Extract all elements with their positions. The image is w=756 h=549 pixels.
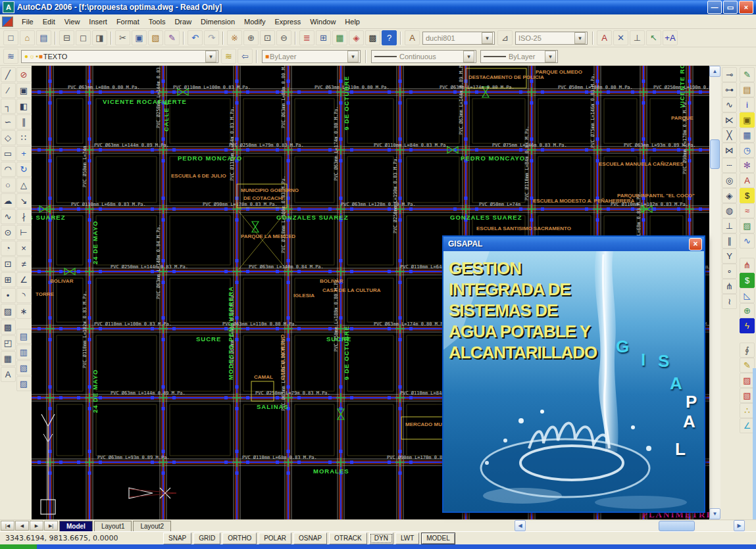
node-tool[interactable]: ⊸: [722, 67, 737, 82]
undo-button[interactable]: ↶: [188, 30, 203, 45]
pan-button[interactable]: ※: [227, 30, 242, 45]
sketch-tool[interactable]: ∽: [1, 114, 16, 130]
copy-object-tool[interactable]: ▣: [16, 83, 32, 98]
tool-palettes-button[interactable]: ▦: [332, 30, 347, 45]
menu-edit[interactable]: Edit: [38, 16, 60, 28]
text-annotation-tool[interactable]: A: [740, 173, 755, 188]
color-combo[interactable]: ■ByLayer▾: [262, 50, 361, 63]
menu-file[interactable]: File: [17, 16, 38, 28]
draworder-front-tool[interactable]: ▤: [16, 329, 32, 344]
status-snap-button[interactable]: SNAP: [163, 533, 191, 544]
scale-tool[interactable]: △: [16, 178, 32, 193]
quickcalc-button[interactable]: ▩: [365, 30, 380, 45]
region-tool[interactable]: ◰: [1, 335, 16, 350]
table-tool[interactable]: ▦: [1, 351, 16, 366]
break-at-point-tool[interactable]: ×: [16, 241, 32, 256]
save-button[interactable]: ▤: [36, 30, 51, 45]
status-lwt-button[interactable]: LWT: [395, 533, 419, 544]
tab-nav-prev-icon[interactable]: ◀: [15, 521, 29, 531]
reservoir-tool[interactable]: ◍: [722, 203, 737, 218]
tab-layout2[interactable]: Layout2: [133, 521, 171, 531]
crossing-tool[interactable]: ╳: [722, 128, 737, 143]
minimize-button[interactable]: —: [707, 1, 722, 14]
fillet-tool[interactable]: ◝: [16, 288, 32, 303]
layers-dialog-button[interactable]: ≋: [3, 49, 18, 64]
copy-button[interactable]: ▣: [132, 30, 147, 45]
lineweight-combo-arrow-icon[interactable]: ▾: [545, 51, 556, 62]
array-tool[interactable]: ∷: [16, 130, 32, 145]
menu-dimension[interactable]: Dimension: [196, 16, 239, 28]
layer-lock-icon[interactable]: ▪: [36, 53, 38, 60]
match-properties-button[interactable]: ✎: [164, 30, 180, 45]
revcloud-tool[interactable]: ☁: [1, 193, 16, 208]
tab-nav-next-icon[interactable]: ▶: [30, 521, 43, 531]
chamfer-tool[interactable]: ∠: [16, 272, 32, 287]
draworder-above-tool[interactable]: ▧: [16, 360, 32, 375]
menu-format[interactable]: Format: [112, 16, 144, 28]
circle-node-tool[interactable]: ◎: [722, 173, 737, 188]
close-button[interactable]: ×: [739, 1, 753, 14]
datum-button[interactable]: ⊥: [630, 30, 645, 45]
construction-line-tool[interactable]: ∕: [1, 83, 16, 98]
faucet-tool[interactable]: ⋔: [740, 258, 755, 273]
open-button[interactable]: ⌂: [20, 30, 35, 45]
restore-button[interactable]: ▭: [723, 1, 738, 14]
redo-button[interactable]: ↷: [204, 30, 219, 45]
layer-freeze-icon[interactable]: ☼: [29, 53, 35, 60]
lineweight-combo[interactable]: ByLayer▾: [480, 50, 558, 63]
attach-tool[interactable]: ∮: [740, 343, 755, 358]
ellipse-tool[interactable]: ⊙: [1, 225, 16, 240]
make-layer-current-button[interactable]: ≋: [221, 49, 236, 64]
scroll-right-icon[interactable]: ▶: [734, 520, 745, 531]
zoom-window-button[interactable]: ⊡: [260, 30, 275, 45]
text-style-combo[interactable]: duchi801▾: [422, 32, 495, 45]
parallel-pipe-tool[interactable]: ∥: [722, 233, 737, 249]
plot-preview-button[interactable]: ◻: [76, 30, 91, 45]
status-grid-button[interactable]: GRID: [193, 533, 220, 544]
info-tool[interactable]: i: [740, 97, 755, 112]
markup-set-manager-button[interactable]: ◈: [349, 30, 364, 45]
zoom-previous-button[interactable]: ⊖: [276, 30, 291, 45]
chart-tool[interactable]: ◺: [740, 288, 755, 303]
node-elevation-tool[interactable]: ⊶: [722, 82, 737, 97]
menu-modify[interactable]: Modify: [239, 16, 270, 28]
costs-tool[interactable]: $: [740, 188, 755, 203]
line-tool[interactable]: ╱: [1, 67, 16, 82]
gisapal-title-bar[interactable]: GISAPAL ×: [443, 237, 704, 251]
tab-model[interactable]: Model: [59, 521, 93, 531]
polyline-tool[interactable]: ┐: [1, 99, 16, 114]
paste-button[interactable]: ▧: [148, 30, 163, 45]
layer-combo-arrow-icon[interactable]: ▾: [205, 51, 216, 62]
fork-tool[interactable]: ⋔: [722, 279, 737, 294]
budget-tool[interactable]: $: [740, 273, 755, 288]
rotate-tool[interactable]: ↻: [16, 162, 32, 177]
make-block-tool[interactable]: ⊞: [1, 272, 16, 287]
inspect-tool[interactable]: ✻: [740, 158, 755, 173]
properties-button[interactable]: ≣: [299, 30, 315, 45]
gisapal-close-icon[interactable]: ×: [689, 238, 702, 251]
intersection-tool[interactable]: ⋈: [722, 143, 737, 158]
branch-tool[interactable]: Y: [722, 249, 737, 264]
menu-express[interactable]: Express: [270, 16, 305, 28]
valve-tool[interactable]: ◈: [722, 188, 737, 203]
publish-button[interactable]: ◨: [92, 30, 107, 45]
vertical-scroll-thumb[interactable]: [710, 139, 720, 169]
ellipse-arc-tool[interactable]: ◔: [1, 241, 16, 256]
data-table-tool[interactable]: ▦: [740, 128, 755, 143]
menu-draw[interactable]: Draw: [170, 16, 196, 28]
mtext-tool[interactable]: A: [1, 367, 16, 382]
image-tool[interactable]: ▨: [740, 218, 755, 233]
menu-help[interactable]: Help: [340, 16, 365, 28]
horizontal-scroll-thumb[interactable]: [659, 521, 695, 531]
edit-data-tool[interactable]: ✎: [740, 67, 755, 82]
text-style-combo-arrow-icon[interactable]: ▾: [482, 32, 493, 44]
polygon-tool[interactable]: ◇: [1, 130, 16, 145]
break-tool[interactable]: ≠: [16, 256, 32, 272]
circle-tool[interactable]: ○: [1, 178, 16, 193]
history-tool[interactable]: ◷: [740, 143, 755, 158]
tab-nav-first-icon[interactable]: |◀: [1, 521, 14, 531]
help-button[interactable]: ?: [382, 30, 397, 45]
dim-style-combo[interactable]: ISO-25▾: [515, 32, 588, 45]
point-tool[interactable]: •: [1, 288, 16, 303]
flow-tool[interactable]: ≈: [740, 203, 755, 218]
